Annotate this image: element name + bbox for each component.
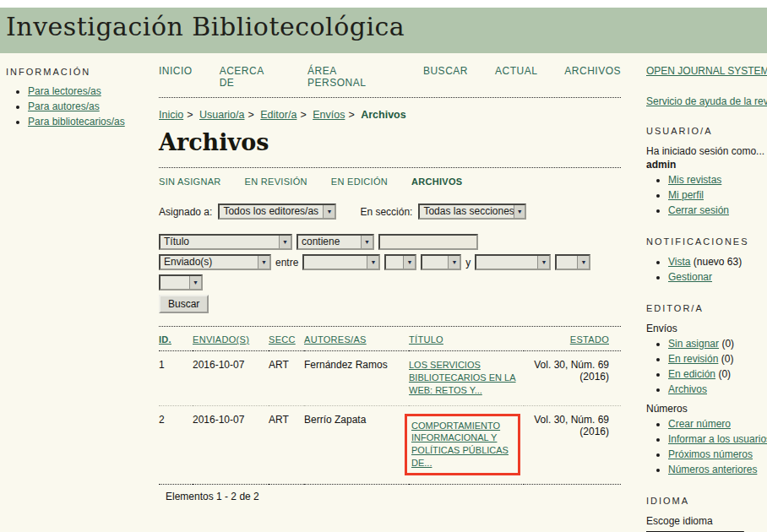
en-revision-link[interactable]: En revisión (668, 353, 718, 365)
dropdown-arrow-icon[interactable]: ▼ (403, 256, 415, 269)
list-item: Mi perfil (668, 189, 767, 201)
breadcrumb-current: Archivos (361, 109, 406, 121)
list-item: Cerrar sesión (668, 204, 767, 216)
date-from-day-select[interactable]: ▼ (384, 254, 416, 270)
date-to-month-select[interactable]: ▼ (475, 254, 551, 270)
tab-en-revision[interactable]: EN REVISIÓN (245, 176, 307, 187)
dropdown-arrow-icon[interactable]: ▼ (577, 256, 589, 269)
count-suffix: (0) (719, 338, 734, 350)
tab-en-edicion[interactable]: EN EDICIÓN (331, 176, 388, 187)
cell-secc: ART (269, 351, 304, 406)
mis-revistas-link[interactable]: Mis revistas (668, 174, 721, 186)
archivos-link[interactable]: Archivos (668, 383, 707, 395)
dropdown-arrow-icon[interactable]: ▼ (279, 236, 291, 248)
dropdown-arrow-icon[interactable]: ▼ (189, 276, 201, 289)
search-field-select[interactable]: Título ▼ (159, 234, 292, 250)
link-para-autores[interactable]: Para autores/as (28, 100, 100, 112)
breadcrumb-envios[interactable]: Envíos (313, 109, 345, 121)
list-item: Informar a los usuarios/as (668, 433, 767, 445)
mi-perfil-link[interactable]: Mi perfil (668, 189, 704, 201)
list-item: Próximos números (668, 448, 767, 460)
cell-id: 2 (159, 405, 193, 484)
sort-id[interactable]: ID. (159, 334, 171, 345)
nav-buscar[interactable]: BUSCAR (423, 65, 468, 89)
dropdown-arrow-icon[interactable]: ▼ (367, 256, 378, 269)
section-filter-label: En sección: (360, 206, 412, 218)
date-to-day-select[interactable]: ▼ (555, 254, 590, 270)
table-row: 1 2016-10-07 ART Fernández Ramos LOS SER… (159, 351, 621, 406)
cell-titulo: COMPORTAMIENTO INFORMACIONAL Y POLÍTICAS… (409, 405, 524, 484)
link-para-lectores[interactable]: Para lectores/as (28, 85, 101, 97)
en-edicion-link[interactable]: En edición (668, 368, 715, 380)
sort-titulo[interactable]: TÍTULO (409, 334, 443, 345)
nav-acerca-de[interactable]: ACERCA DE (220, 65, 280, 89)
assigned-filter-select[interactable]: Todos los editores/as ▼ (218, 204, 336, 220)
dropdown-arrow-icon[interactable]: ▼ (258, 256, 269, 269)
dropdown-arrow-icon[interactable]: ▼ (448, 256, 460, 269)
vista-link[interactable]: Vista (668, 256, 690, 268)
list-item: Para autores/as (28, 100, 154, 112)
link-para-bibliotecarios[interactable]: Para bibliotecarios/as (28, 116, 125, 128)
sort-estado[interactable]: ESTADO (570, 334, 609, 345)
search-operator-select[interactable]: contiene ▼ (296, 234, 374, 250)
gestionar-link[interactable]: Gestionar (668, 271, 712, 283)
filter-row: Asignado a: Todos los editores/as ▼ En s… (159, 204, 621, 220)
nav-area-personal[interactable]: ÁREA PERSONAL (307, 65, 396, 89)
language-block: IDIOMA Escoge idioma Español (España) ▼ … (646, 496, 767, 532)
journal-help-link[interactable]: Servicio de ayuda de la revista (646, 95, 767, 107)
submission-title-link[interactable]: COMPORTAMIENTO INFORMACIONAL Y POLÍTICAS… (411, 421, 509, 469)
date-field-select[interactable]: Enviado(s) ▼ (159, 254, 271, 270)
sort-enviado[interactable]: ENVIADO(S) (193, 334, 249, 345)
left-sidebar: INFORMACIÓN Para lectores/as Para autore… (6, 67, 154, 131)
cell-titulo: LOS SERVICIOS BIBLIOTECARIOS EN LA WEB: … (409, 351, 524, 406)
search-row-field: Título ▼ contiene ▼ (159, 234, 621, 250)
buscar-button[interactable]: Buscar (159, 295, 209, 313)
language-label: Escoge idioma (646, 515, 767, 527)
breadcrumb-usuario[interactable]: Usuario/a (199, 109, 245, 121)
submission-title-link[interactable]: LOS SERVICIOS BIBLIOTECARIOS EN LA WEB: … (409, 360, 516, 395)
informar-usuarios-link[interactable]: Informar a los usuarios/as (668, 433, 767, 445)
tab-sin-asignar[interactable]: SIN ASIGNAR (159, 176, 221, 187)
sin-asignar-link[interactable]: Sin asignar (668, 338, 719, 350)
list-item: Números anteriores (668, 464, 767, 475)
list-item: Vista (nuevo 63) (668, 256, 767, 268)
sort-secc[interactable]: SECC (269, 334, 296, 345)
editor-block: EDITOR/A Envíos Sin asignar (0) En revis… (646, 303, 767, 475)
notifications-heading: NOTIFICACIONES (646, 236, 767, 247)
sort-autores[interactable]: AUTORES/AS (304, 334, 367, 345)
date-to-year-select[interactable]: ▼ (159, 274, 203, 290)
proximos-numeros-link[interactable]: Próximos números (668, 448, 753, 460)
notifications-block: NOTIFICACIONES Vista (nuevo 63) Gestiona… (646, 236, 767, 283)
cerrar-sesion-link[interactable]: Cerrar sesión (668, 204, 729, 216)
nav-inicio[interactable]: INICIO (159, 65, 193, 89)
crear-numero-link[interactable]: Crear número (668, 418, 731, 430)
queue-tabs: SIN ASIGNAR EN REVISIÓN EN EDICIÓN ARCHI… (159, 176, 621, 187)
date-from-year-select[interactable]: ▼ (421, 254, 461, 270)
dropdown-arrow-icon[interactable]: ▼ (537, 256, 549, 269)
divider (159, 167, 621, 168)
section-filter-select[interactable]: Todas las secciones ▼ (418, 204, 526, 220)
search-row-dates: Enviado(s) ▼ entre ▼ ▼ ▼ y (159, 254, 621, 270)
nav-archivos[interactable]: ARCHIVOS (564, 65, 621, 89)
date-from-month-select[interactable]: ▼ (302, 254, 380, 270)
search-form: Título ▼ contiene ▼ Enviado(s) ▼ entre ▼ (159, 234, 621, 313)
dropdown-arrow-icon[interactable]: ▼ (323, 205, 335, 218)
numeros-label: Números (646, 403, 767, 415)
journal-masthead: Investigación Bibliotecológica (0, 8, 767, 53)
breadcrumb-editor[interactable]: Editor/a (260, 109, 296, 121)
ojs-link[interactable]: OPEN JOURNAL SYSTEMS (646, 65, 767, 77)
information-links: Para lectores/as Para autores/as Para bi… (6, 85, 154, 128)
dropdown-arrow-icon[interactable]: ▼ (361, 236, 373, 248)
list-item: En edición (0) (668, 368, 767, 380)
between-label: entre (275, 257, 298, 269)
numeros-anteriores-link[interactable]: Números anteriores (668, 464, 757, 475)
search-query-input[interactable] (378, 234, 478, 250)
table-row: 2 2016-10-07 ART Berrío Zapata COMPORTAM… (159, 405, 621, 484)
dropdown-arrow-icon[interactable]: ▼ (514, 205, 525, 218)
cell-enviado: 2016-10-07 (193, 351, 269, 406)
breadcrumb-inicio[interactable]: Inicio (159, 109, 183, 121)
tab-archivos[interactable]: ARCHIVOS (411, 176, 462, 187)
nav-actual[interactable]: ACTUAL (495, 65, 537, 89)
logged-in-text: Ha iniciado sesión como... (646, 145, 767, 157)
pagination-info: Elementos 1 - 2 de 2 (159, 485, 621, 502)
